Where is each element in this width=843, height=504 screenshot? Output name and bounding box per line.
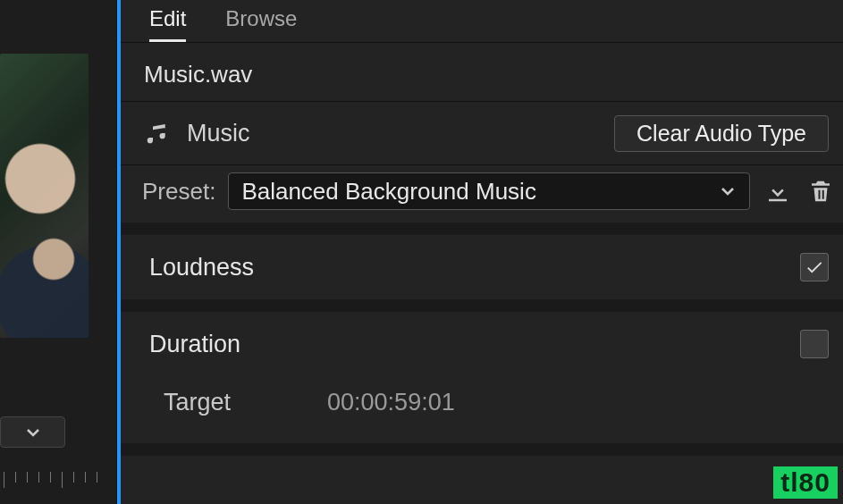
essential-sound-panel: Edit Browse Music.wav Music Clear Audio … xyxy=(121,0,843,504)
loudness-section-header[interactable]: Loudness xyxy=(121,235,843,299)
preset-selected-value: Balanced Background Music xyxy=(241,178,536,206)
clip-thumbnail xyxy=(0,54,89,338)
loudness-checkbox[interactable] xyxy=(800,253,829,281)
duration-title: Duration xyxy=(149,331,240,358)
tab-browse[interactable]: Browse xyxy=(225,5,297,42)
check-icon xyxy=(805,257,824,277)
clip-filename: Music.wav xyxy=(121,43,843,101)
section-divider xyxy=(121,299,843,312)
duration-target-row: Target 00:00:59:01 xyxy=(121,376,843,443)
section-divider xyxy=(121,223,843,235)
trash-icon xyxy=(807,178,834,205)
chevron-down-icon xyxy=(24,424,42,441)
target-label: Target xyxy=(164,389,231,416)
panel-tabs: Edit Browse xyxy=(121,0,843,43)
save-preset-button[interactable] xyxy=(763,176,793,206)
download-icon xyxy=(764,178,791,205)
timeline-ruler xyxy=(0,472,116,504)
music-icon xyxy=(144,120,171,147)
clear-audio-type-button[interactable]: Clear Audio Type xyxy=(614,115,829,152)
small-dropdown[interactable] xyxy=(0,416,65,448)
delete-preset-button[interactable] xyxy=(805,176,836,206)
section-divider xyxy=(121,443,843,456)
target-value[interactable]: 00:00:59:01 xyxy=(327,389,455,416)
preset-dropdown[interactable]: Balanced Background Music xyxy=(228,172,750,210)
duration-section-header[interactable]: Duration xyxy=(121,312,843,376)
chevron-down-icon xyxy=(719,182,737,200)
duration-checkbox[interactable] xyxy=(800,330,829,358)
watermark: tl80 xyxy=(773,466,838,499)
audio-type-label: Music xyxy=(187,120,250,147)
preset-label: Preset: xyxy=(142,178,215,206)
tab-edit[interactable]: Edit xyxy=(149,5,186,42)
loudness-title: Loudness xyxy=(149,254,254,281)
